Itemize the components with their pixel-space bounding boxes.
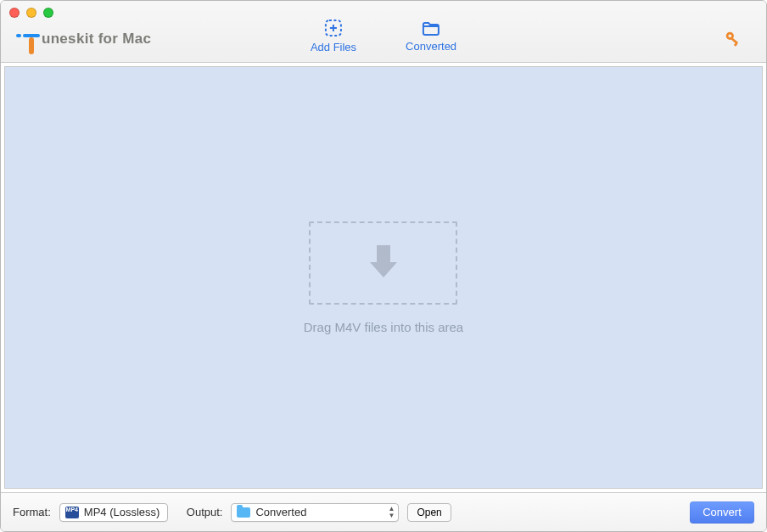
svg-rect-9 xyxy=(731,37,738,44)
add-files-label: Add Files xyxy=(311,41,356,53)
bottom-bar: Format: MP4 MP4 (Lossless) Output: Conve… xyxy=(1,492,766,531)
minimize-window-button[interactable] xyxy=(26,8,36,18)
svg-rect-2 xyxy=(29,37,34,54)
folder-icon xyxy=(421,19,441,37)
svg-rect-1 xyxy=(23,34,40,37)
drop-hint-text: Drag M4V files into this area xyxy=(304,320,463,334)
converted-label: Converted xyxy=(406,40,456,53)
drop-area[interactable]: Drag M4V files into this area xyxy=(4,66,763,489)
format-value: MP4 (Lossless) xyxy=(84,506,160,518)
mp4-format-icon: MP4 xyxy=(65,507,79,518)
convert-button[interactable]: Convert xyxy=(690,501,754,524)
format-label: Format: xyxy=(13,506,51,518)
app-logo: uneskit for Mac xyxy=(16,25,151,53)
folder-mini-icon xyxy=(237,507,250,518)
svg-point-8 xyxy=(729,35,732,38)
drop-zone: Drag M4V files into this area xyxy=(304,221,463,334)
output-select[interactable]: Converted ▲▼ xyxy=(231,503,399,522)
svg-marker-12 xyxy=(370,262,397,277)
svg-rect-11 xyxy=(377,245,390,262)
format-select[interactable]: MP4 MP4 (Lossless) xyxy=(59,503,168,522)
close-window-button[interactable] xyxy=(9,8,20,18)
converted-button[interactable]: Converted xyxy=(406,19,456,53)
add-files-icon xyxy=(323,18,344,38)
logo-text: uneskit for Mac xyxy=(42,31,151,48)
download-arrow-icon xyxy=(365,240,402,286)
window-controls xyxy=(9,8,53,18)
drop-box xyxy=(309,221,457,305)
register-key-button[interactable] xyxy=(724,30,742,52)
logo-icon xyxy=(16,25,40,53)
toolbar: uneskit for Mac Add Files Converted xyxy=(1,1,766,63)
open-output-button[interactable]: Open xyxy=(407,503,451,522)
toolbar-center: Add Files Converted xyxy=(311,18,456,53)
output-label: Output: xyxy=(187,506,223,518)
add-files-button[interactable]: Add Files xyxy=(311,18,356,53)
output-value: Converted xyxy=(255,506,306,518)
updown-arrows-icon: ▲▼ xyxy=(389,506,395,519)
maximize-window-button[interactable] xyxy=(43,8,53,18)
svg-rect-0 xyxy=(16,34,21,37)
